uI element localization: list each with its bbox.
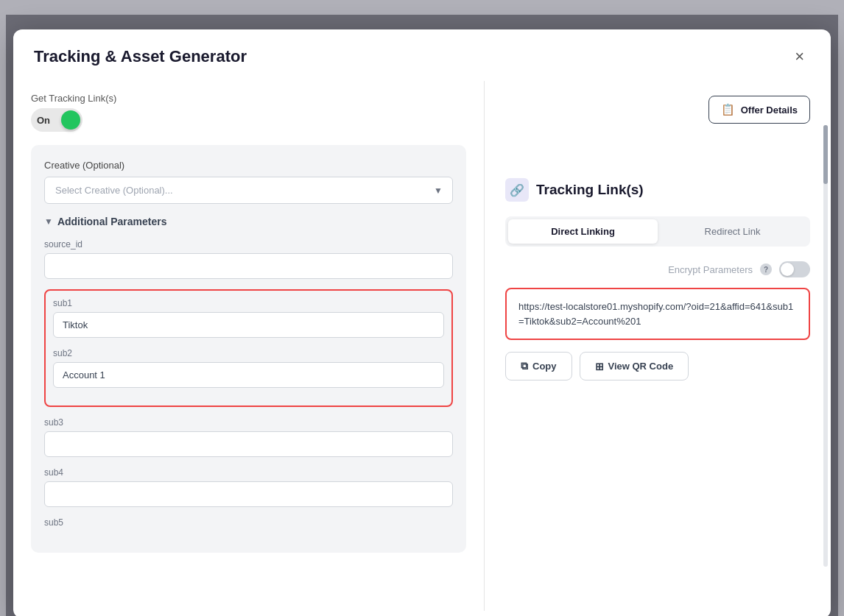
toggle-on-text: On <box>37 115 50 126</box>
creative-select[interactable]: Select Creative (Optional)... <box>44 177 453 204</box>
sub1-field-group: sub1 <box>53 298 444 338</box>
qr-icon: ⊞ <box>595 361 604 372</box>
encrypt-toggle[interactable] <box>779 261 810 277</box>
modal-title: Tracking & Asset Generator <box>34 47 247 66</box>
chevron-right-icon: ▼ <box>44 216 53 227</box>
additional-params-header[interactable]: ▼ Additional Parameters <box>44 216 453 227</box>
highlighted-fields: sub1 sub2 <box>44 289 453 407</box>
copy-button[interactable]: ⧉ Copy <box>505 352 572 380</box>
left-panel: Get Tracking Link(s) On Creative (Option… <box>13 81 485 611</box>
offer-details-button[interactable]: 📋 Offer Details <box>708 96 810 124</box>
sub2-field-group: sub2 <box>53 348 444 388</box>
offer-details-label: Offer Details <box>741 105 798 116</box>
creative-label: Creative (Optional) <box>44 160 453 171</box>
modal-body: Get Tracking Link(s) On Creative (Option… <box>13 81 831 611</box>
link-icon: 🔗 <box>505 178 529 202</box>
tracking-url-text: https://test-localstore01.myshopify.com/… <box>518 301 793 327</box>
get-tracking-label: Get Tracking Link(s) <box>31 93 466 104</box>
sub4-label: sub4 <box>44 467 453 478</box>
right-panel: 📋 Offer Details 🔗 Tracking Link(s) Direc… <box>485 81 831 611</box>
tracking-links-heading: Tracking Link(s) <box>536 182 644 198</box>
source-id-field-group: source_id <box>44 239 453 279</box>
sub2-input[interactable] <box>53 362 444 388</box>
tracking-links-title: 🔗 Tracking Link(s) <box>505 178 810 202</box>
modal-header: Tracking & Asset Generator × <box>13 29 831 81</box>
encrypt-toggle-circle <box>781 263 794 276</box>
sub1-label: sub1 <box>53 298 444 308</box>
scrollbar-track <box>823 125 828 567</box>
sub3-input[interactable] <box>44 431 453 457</box>
close-button[interactable]: × <box>789 46 810 68</box>
sub4-input[interactable] <box>44 481 453 507</box>
view-qr-button[interactable]: ⊞ View QR Code <box>580 352 689 380</box>
view-qr-label: View QR Code <box>608 361 674 372</box>
sub2-label: sub2 <box>53 348 444 358</box>
sub4-field-group: sub4 <box>44 467 453 507</box>
tab-redirect-link[interactable]: Redirect Link <box>658 219 807 244</box>
tracking-links-section: 🔗 Tracking Link(s) Direct Linking Redire… <box>505 178 810 380</box>
modal-container: Tracking & Asset Generator × Get Trackin… <box>13 29 831 616</box>
sub3-field-group: sub3 <box>44 417 453 457</box>
tab-direct-linking[interactable]: Direct Linking <box>508 219 658 244</box>
sub3-label: sub3 <box>44 417 453 428</box>
encrypt-row: Encrypt Parameters ? <box>505 261 810 277</box>
tracking-url-box: https://test-localstore01.myshopify.com/… <box>505 288 810 340</box>
toggle-switch[interactable]: On <box>31 108 82 132</box>
copy-label: Copy <box>532 361 557 372</box>
file-icon: 📋 <box>721 103 735 116</box>
sub5-label: sub5 <box>44 517 453 528</box>
help-icon[interactable]: ? <box>760 263 772 275</box>
additional-params-label: Additional Parameters <box>57 216 167 227</box>
tab-row: Direct Linking Redirect Link <box>505 216 810 247</box>
scrollbar-thumb[interactable] <box>823 125 828 184</box>
source-id-label: source_id <box>44 239 453 249</box>
creative-select-wrapper: Select Creative (Optional)... ▼ <box>44 177 453 204</box>
sub1-input[interactable] <box>53 312 444 338</box>
source-id-input[interactable] <box>44 253 453 279</box>
action-row: ⧉ Copy ⊞ View QR Code <box>505 352 810 380</box>
toggle-circle <box>61 110 80 130</box>
form-section: Creative (Optional) Select Creative (Opt… <box>31 145 466 553</box>
copy-icon: ⧉ <box>521 360 528 372</box>
sub5-field-group: sub5 <box>44 517 453 528</box>
encrypt-label: Encrypt Parameters <box>668 264 753 275</box>
toggle-row: On <box>31 108 466 132</box>
